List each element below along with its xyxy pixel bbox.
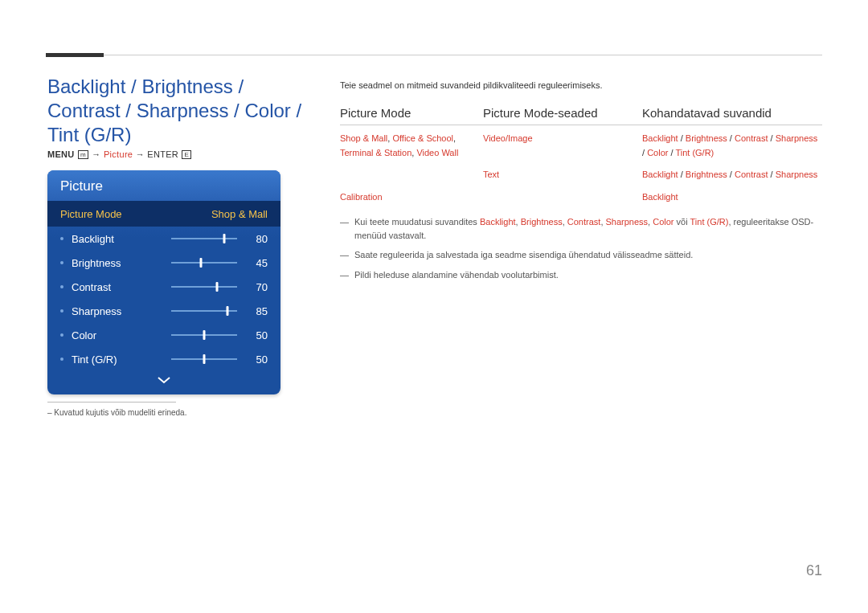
intro-text: Teie seadmel on mitmeid suvandeid pildik… [340, 80, 822, 90]
menu-path: MENU m → Picture → ENTER E [47, 149, 192, 159]
slider-thumb [199, 258, 202, 268]
menu-icon: m [78, 150, 88, 159]
menu-path-picture: Picture [104, 149, 133, 159]
list-item: ― Kui teete muudatusi suvandites Backlig… [340, 215, 822, 242]
osd-item-label: Sharpness [72, 305, 171, 317]
table-row: Shop & Mall, Office & School, Terminal &… [340, 132, 822, 160]
footnote: – Kuvatud kujutis võib mudeliti erineda. [47, 408, 186, 417]
menu-path-arrow2: → ENTER [133, 149, 181, 159]
bullet-icon [60, 285, 63, 288]
osd-more[interactable] [47, 371, 280, 394]
osd-row-tint-g-r-[interactable]: Tint (G/R)50 [47, 347, 280, 371]
list-item: ―Saate reguleerida ja salvestada iga sea… [340, 248, 822, 262]
osd-item-value: 50 [245, 353, 268, 366]
body-text: Teie seadmel on mitmeid suvandeid pildik… [340, 80, 822, 288]
slider-thumb [226, 306, 228, 316]
osd-item-label: Backlight [72, 233, 171, 245]
osd-row-picture-mode[interactable]: Picture Mode Shop & Mall [47, 201, 280, 227]
table-row: Calibration Backlight [340, 190, 822, 205]
notes-list: ― Kui teete muudatusi suvandites Backlig… [340, 215, 822, 281]
th-picture-mode: Picture Mode [340, 106, 483, 120]
slider-thumb [216, 282, 219, 292]
bullet-icon [60, 237, 63, 240]
slider-thumb [223, 234, 225, 243]
mode-video-wall: Video Wall [416, 148, 458, 157]
osd-row-contrast[interactable]: Contrast70 [47, 275, 280, 299]
mode-terminal-station: Terminal & Station [340, 148, 411, 157]
bullet-icon [60, 333, 63, 337]
menu-path-arrow: → [89, 149, 104, 159]
osd-item-label: Tint (G/R) [72, 353, 171, 366]
osd-item-value: 85 [245, 305, 268, 317]
osd-mode-value: Shop & Mall [211, 208, 268, 220]
osd-row-backlight[interactable]: Backlight80 [47, 227, 280, 251]
table-headers: Picture Mode Picture Mode-seaded Kohanda… [340, 106, 822, 120]
osd-row-brightness[interactable]: Brightness45 [47, 251, 280, 275]
osd-row-color[interactable]: Color50 [47, 323, 280, 347]
chevron-down-icon [157, 376, 171, 384]
page-title: Backlight / Brightness / Contrast / Shar… [47, 75, 321, 147]
mode-office-school: Office & School [392, 133, 453, 143]
slider[interactable] [171, 305, 237, 317]
osd-panel: Picture Picture Mode Shop & Mall Backlig… [47, 170, 280, 394]
table-row: Text Backlight / Brightness / Contrast /… [340, 168, 822, 182]
enter-icon: E [182, 150, 191, 159]
mode-calibration: Calibration [340, 192, 383, 202]
bullet-icon [60, 261, 63, 264]
th-picture-mode-seaded: Picture Mode-seaded [483, 106, 642, 120]
top-rule [46, 55, 822, 55]
table-rule [340, 125, 822, 125]
bullet-icon [60, 358, 63, 361]
bullet-icon [60, 309, 63, 313]
osd-item-value: 80 [245, 233, 268, 245]
slider[interactable] [171, 353, 237, 365]
osd-item-value: 70 [245, 281, 268, 293]
osd-item-label: Color [72, 329, 171, 341]
setting-video-image: Video/Image [483, 133, 533, 143]
osd-item-value: 50 [245, 329, 268, 341]
th-kohandatavad: Kohandatavad suvandid [642, 106, 822, 120]
mode-shop-mall: Shop & Mall [340, 133, 387, 143]
osd-item-value: 45 [245, 257, 268, 269]
slider-thumb [203, 354, 206, 364]
page-number: 61 [806, 562, 822, 579]
osd-item-label: Contrast [72, 281, 171, 293]
osd-title: Picture [47, 170, 280, 201]
slider-thumb [203, 330, 206, 340]
footnote-rule [47, 402, 176, 403]
osd-row-sharpness[interactable]: Sharpness85 [47, 299, 280, 323]
setting-text: Text [483, 170, 499, 179]
slider[interactable] [171, 281, 237, 292]
slider[interactable] [171, 233, 237, 244]
osd-item-label: Brightness [72, 257, 171, 269]
slider[interactable] [171, 257, 237, 268]
osd-mode-label: Picture Mode [60, 208, 211, 220]
menu-path-menu: MENU [47, 149, 77, 159]
list-item: ―Pildi heleduse alandamine vähendab vool… [340, 268, 822, 282]
slider[interactable] [171, 329, 237, 341]
